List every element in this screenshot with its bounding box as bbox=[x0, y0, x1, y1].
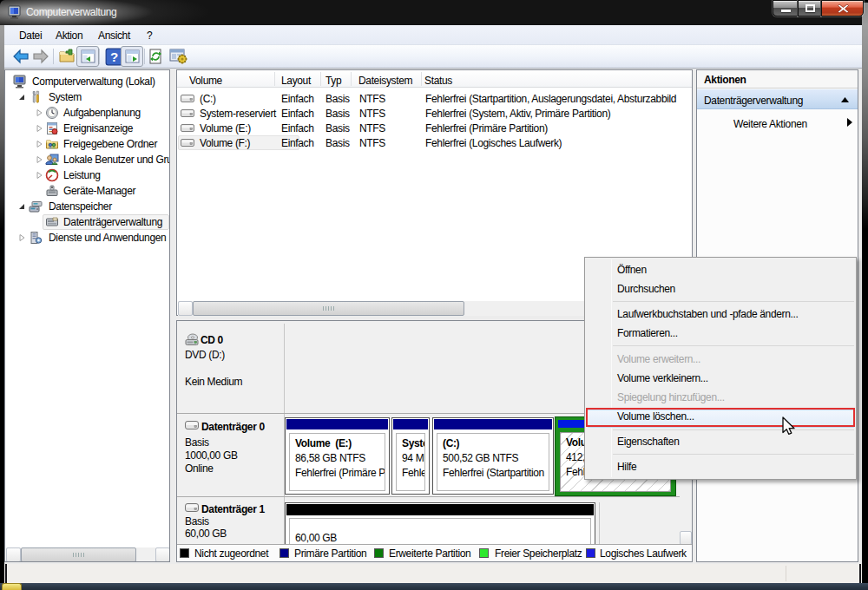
svg-text:?: ? bbox=[110, 49, 118, 64]
